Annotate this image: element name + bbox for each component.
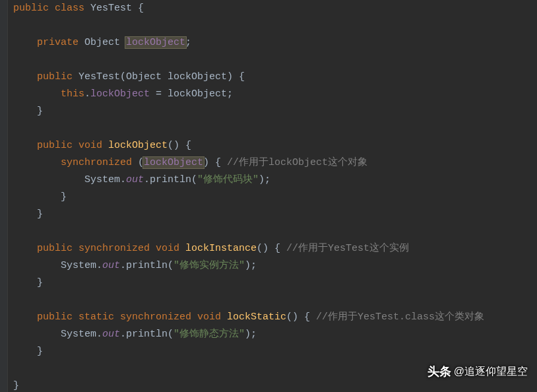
punct: );	[245, 329, 257, 340]
params: (Object lockObject) {	[120, 71, 245, 82]
comment: //作用于YesTest这个实例	[286, 243, 409, 254]
brace: }	[61, 191, 67, 203]
watermark: 头条 @追逐仰望星空	[427, 363, 528, 380]
brace: }	[37, 277, 43, 288]
punct: .	[84, 88, 90, 100]
code-line: private Object lockObject;	[13, 34, 537, 51]
comment: //作用于lockObject这个对象	[227, 157, 367, 168]
keyword: public void	[37, 140, 108, 151]
code-editor[interactable]: public class YesTest { private Object lo…	[0, 0, 537, 392]
call: .println(	[120, 329, 174, 340]
editor-gutter	[0, 0, 8, 392]
call: System.	[61, 260, 102, 271]
method-name: lockObject	[108, 140, 168, 151]
code-line: public void lockObject() {	[13, 137, 537, 154]
type: Object	[84, 37, 126, 48]
keyword: public class	[13, 3, 90, 14]
brace: }	[37, 346, 43, 357]
string-literal: "修饰静态方法"	[174, 329, 245, 340]
code-line: }	[13, 206, 537, 223]
field: lockObject	[90, 88, 150, 100]
punct: () {	[168, 140, 191, 151]
code-line: System.out.println("修饰实例方法");	[13, 257, 537, 275]
watermark-brand: 头条	[427, 363, 451, 380]
call: System.	[84, 174, 126, 185]
code-line	[13, 17, 537, 34]
constructor: YesTest	[79, 71, 120, 82]
keyword: public synchronized void	[37, 243, 185, 254]
code-line: }	[13, 343, 537, 360]
comment: //作用于YesTest.class这个类对象	[316, 311, 484, 323]
static-field: out	[102, 329, 120, 340]
code-line	[13, 51, 537, 69]
field-highlight: lockObject	[142, 156, 205, 169]
brace: }	[13, 380, 19, 391]
method-name: lockInstance	[185, 243, 257, 254]
code-line: public static synchronized void lockStat…	[13, 309, 537, 326]
call: .println(	[144, 174, 197, 185]
code-line: System.out.println("修饰静态方法");	[13, 326, 537, 343]
punct: );	[245, 260, 257, 271]
field-highlight: lockObject	[125, 36, 187, 49]
punct: ;	[185, 37, 191, 48]
method-name: lockStatic	[227, 311, 286, 323]
static-field: out	[102, 260, 120, 271]
string-literal: "修饰代码块"	[197, 174, 259, 185]
call: .println(	[120, 260, 174, 271]
punct: () {	[286, 311, 316, 323]
code-line: System.out.println("修饰代码块");	[13, 172, 537, 189]
keyword: synchronized	[61, 157, 138, 168]
class-name: YesTest	[90, 3, 132, 14]
brace: }	[37, 209, 43, 220]
code-line: }	[13, 189, 537, 206]
keyword: public	[37, 71, 79, 82]
brace: }	[37, 106, 43, 117]
punct: ) {	[203, 157, 227, 168]
code-line	[13, 223, 537, 240]
punct: () {	[257, 243, 286, 254]
code-line: }	[13, 275, 537, 292]
code-line: synchronized (lockObject) { //作用于lockObj…	[13, 154, 537, 172]
punct: {	[132, 3, 144, 14]
static-field: out	[126, 174, 144, 185]
watermark-user: @追逐仰望星空	[454, 363, 528, 380]
code-line: }	[13, 103, 537, 120]
keyword: private	[37, 37, 84, 48]
code-line: public synchronized void lockInstance() …	[13, 240, 537, 257]
code-line: this.lockObject = lockObject;	[13, 86, 537, 103]
this-keyword: this	[61, 88, 84, 100]
code-line: public YesTest(Object lockObject) {	[13, 69, 537, 86]
assign: = lockObject;	[150, 88, 233, 100]
code-line	[13, 120, 537, 137]
keyword: public static synchronized void	[37, 311, 227, 323]
code-line	[13, 292, 537, 309]
call: System.	[61, 329, 102, 340]
string-literal: "修饰实例方法"	[174, 260, 245, 271]
punct: );	[259, 174, 270, 185]
code-line: public class YesTest {	[13, 0, 537, 17]
